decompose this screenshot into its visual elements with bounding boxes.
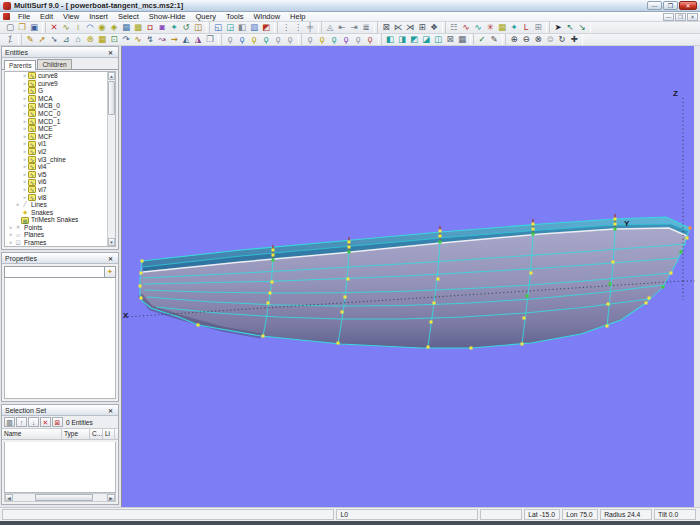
hide-icon[interactable]: ϙ <box>272 34 284 45</box>
control-point-marker[interactable] <box>430 321 433 324</box>
surface-a-icon[interactable]: ◧ <box>384 34 396 45</box>
tree-item-vl4[interactable]: ▹∿vl4 <box>5 163 115 171</box>
title-bar[interactable]: MultiSurf 9.0 - [ powerboat-tangent_mcs.… <box>0 0 700 12</box>
scale-icon[interactable]: ◬ <box>324 22 336 33</box>
control-point-marker[interactable] <box>348 241 351 244</box>
properties-panel-header[interactable]: Properties ✕ <box>2 253 118 264</box>
selection-set-hscrollbar[interactable]: ◀ ▶ <box>4 493 116 502</box>
control-point-marker[interactable] <box>439 241 442 244</box>
control-point-marker[interactable] <box>614 223 617 226</box>
zoom-window-icon[interactable]: ⊗ <box>532 34 544 45</box>
insert-blend-icon[interactable]: ↝ <box>156 34 168 45</box>
tree-item-lines[interactable]: ▹╱Lines <box>5 201 115 209</box>
tree-item-mce[interactable]: ▹∿MCE <box>5 125 115 133</box>
control-point-marker[interactable] <box>272 254 275 257</box>
mdi-restore-button[interactable]: ❐ <box>675 13 686 21</box>
remove-icon[interactable]: ✕ <box>40 417 51 427</box>
tree-item-trimesh-snakes[interactable]: ▦TriMesh Snakes <box>5 216 115 224</box>
control-point-marker[interactable] <box>606 325 609 328</box>
show-surfaces-icon[interactable]: ϙ <box>260 34 272 45</box>
save-icon[interactable]: ▣ <box>28 22 40 33</box>
tree-item-points[interactable]: ▹✕Points <box>5 224 115 232</box>
control-point-marker[interactable] <box>470 347 473 350</box>
move-up-icon[interactable]: ↑ <box>16 417 27 427</box>
solid-tool-icon[interactable]: ◘ <box>144 22 156 33</box>
close-button[interactable]: ✕ <box>679 1 697 10</box>
tree-item-vl5[interactable]: ▹∿vl5 <box>5 171 115 179</box>
control-point-marker[interactable] <box>662 286 665 289</box>
insert-surface-icon[interactable]: ▦ <box>96 34 108 45</box>
control-point-marker[interactable] <box>645 302 648 305</box>
tree-item-vl3-chine[interactable]: ▹∿vl3_chine <box>5 156 115 164</box>
mdi-close-button[interactable]: ✕ <box>687 13 698 21</box>
tree-item-mcc-0[interactable]: ▹∿MCC_0 <box>5 110 115 118</box>
scroll-left-icon[interactable]: ◀ <box>5 494 13 501</box>
menu-query[interactable]: Query <box>190 12 220 22</box>
hydro-grid-icon[interactable]: ⊞ <box>532 22 544 33</box>
tree-item-mcb-0[interactable]: ▹∿MCB_0 <box>5 102 115 110</box>
insert-trim-icon[interactable]: ◭ <box>180 34 192 45</box>
select-children-icon[interactable]: ⋊ <box>404 22 416 33</box>
new-icon[interactable]: ▢ <box>4 22 16 33</box>
surface-b-icon[interactable]: ◨ <box>396 34 408 45</box>
drag-view-icon[interactable]: ↘ <box>576 22 588 33</box>
scroll-thumb[interactable] <box>35 494 93 501</box>
insert-line-icon[interactable]: ➚ <box>36 34 48 45</box>
zoom-out-icon[interactable]: ⊖ <box>520 34 532 45</box>
menu-help[interactable]: Help <box>285 12 310 22</box>
weights-icon[interactable]: ✳ <box>484 22 496 33</box>
tree-item-vl7[interactable]: ▹∿vl7 <box>5 186 115 194</box>
key-icon[interactable]: ✦ <box>104 266 116 278</box>
insert-solid-icon[interactable]: ◮ <box>192 34 204 45</box>
insert-arc-icon[interactable]: ➘ <box>48 34 60 45</box>
snake-tool-icon[interactable]: ≀ <box>72 22 84 33</box>
pointer-icon[interactable]: ➤ <box>552 22 564 33</box>
drag-point-icon[interactable]: ↖ <box>564 22 576 33</box>
tree-item-planes[interactable]: ▹▱Planes <box>5 231 115 239</box>
close-icon[interactable]: ✕ <box>106 49 115 56</box>
insert-copy-icon[interactable]: ❐ <box>204 34 216 45</box>
view-plan-icon[interactable]: ◧ <box>236 22 248 33</box>
zoom-in-icon[interactable]: ⊕ <box>508 34 520 45</box>
insert-bcurve-icon[interactable]: ⊿ <box>60 34 72 45</box>
select-box-icon[interactable]: ⊠ <box>380 22 392 33</box>
control-point-marker[interactable] <box>348 246 351 249</box>
scroll-down-icon[interactable]: ▼ <box>108 238 115 246</box>
selection-set-list[interactable] <box>4 442 116 493</box>
insert-ruled-icon[interactable]: ⊡ <box>108 34 120 45</box>
view-persp-icon[interactable]: ◩ <box>260 22 272 33</box>
tree-item-vl2[interactable]: ▹∿vl2 <box>5 148 115 156</box>
menu-window[interactable]: Window <box>248 12 285 22</box>
check-model-icon[interactable]: ✓ <box>476 34 488 45</box>
grid-h-icon[interactable]: ⋮ <box>292 22 304 33</box>
minimize-button[interactable]: — <box>647 1 662 10</box>
contours-icon[interactable]: ∿ <box>472 22 484 33</box>
highlight-icon[interactable]: ✦ <box>508 22 520 33</box>
control-point-marker[interactable] <box>269 292 272 295</box>
point-tool-icon[interactable]: ◉ <box>96 22 108 33</box>
tree-item-vl6[interactable]: ▹∿vl6 <box>5 178 115 186</box>
control-point-marker[interactable] <box>670 272 673 275</box>
tab-parents[interactable]: Parents <box>4 60 36 70</box>
stack-icon[interactable]: ≣ <box>360 22 372 33</box>
control-point-marker[interactable] <box>532 233 535 236</box>
control-point-marker[interactable] <box>607 303 610 306</box>
edit-icon[interactable]: ✎ <box>488 34 500 45</box>
view-multi-icon[interactable]: ▥ <box>248 22 260 33</box>
tree-item-curve8[interactable]: ▹∿curve8 <box>5 72 115 80</box>
shift-right-icon[interactable]: ⇥ <box>348 22 360 33</box>
display-mode-icon[interactable]: ☷ <box>448 22 460 33</box>
control-point-marker[interactable] <box>526 295 529 298</box>
close-icon[interactable]: ✕ <box>106 255 115 262</box>
control-point-marker[interactable] <box>532 228 535 231</box>
invert-visible-icon[interactable]: ϙ <box>352 34 364 45</box>
insert-sweep-icon[interactable]: ∿ <box>132 34 144 45</box>
tree-scrollbar[interactable]: ▲ ▼ <box>107 72 115 246</box>
control-point-marker[interactable] <box>433 302 436 305</box>
tree-item-vl1[interactable]: ▹∿vl1 <box>5 140 115 148</box>
divide-icon[interactable]: ⁒ <box>4 34 16 45</box>
composite-tool-icon[interactable]: ◙ <box>156 22 168 33</box>
insert-loft-icon[interactable]: ↯ <box>144 34 156 45</box>
control-point-marker[interactable] <box>521 343 524 346</box>
scroll-up-icon[interactable]: ▲ <box>108 72 115 80</box>
